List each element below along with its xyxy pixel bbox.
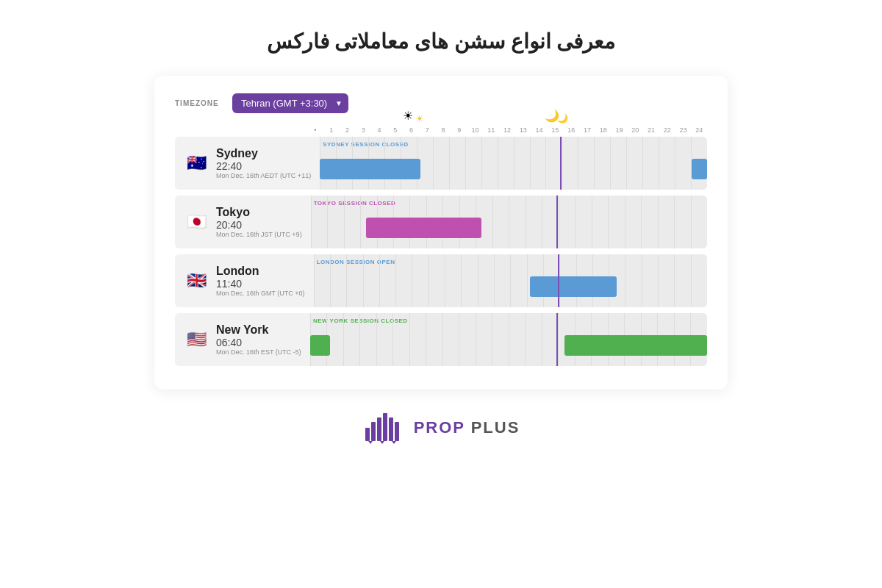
hour-label: 18 (595, 126, 612, 134)
grid-line (514, 137, 514, 190)
svg-rect-4 (389, 417, 393, 441)
timezone-select-wrapper[interactable]: Tehran (GMT +3:30) (232, 93, 348, 113)
grid-line (625, 254, 625, 307)
grid-line (658, 254, 659, 307)
city-info: 🇦🇺Sydney22:40Mon Dec. 16th AEDT (UTC +11… (175, 137, 320, 190)
grid-line (674, 254, 675, 307)
session-label: TOKYO SESSION CLOSED (314, 200, 396, 207)
city-date: Mon Dec. 16th AEDT (UTC +11) (216, 172, 311, 179)
grid-line (409, 313, 410, 366)
grid-line (360, 196, 361, 248)
city-info: 🇬🇧London11:40Mon Dec. 16th GMT (UTC +0) (175, 254, 314, 307)
hour-label: 3 (355, 126, 371, 134)
flag: 🇯🇵 (184, 209, 209, 234)
session-row: 🇺🇸New York06:40Mon Dec. 16th EST (UTC -5… (175, 313, 707, 366)
timezone-row: TIMEZONE Tehran (GMT +3:30) (175, 93, 707, 113)
session-bar-secondary (692, 159, 707, 179)
session-bar-primary (366, 218, 481, 238)
city-date: Mon Dec. 16th GMT (UTC +0) (216, 290, 305, 297)
svg-marker-7 (380, 441, 384, 444)
bar-area: NEW YORK SESSION CLOSED (310, 313, 707, 366)
footer: PROP PLUS (362, 412, 520, 444)
city-time: 06:40 (216, 337, 301, 348)
grid-line (642, 137, 643, 190)
grid-line (527, 254, 528, 307)
grid-line (314, 254, 315, 307)
chart-container: TIMEZONE Tehran (GMT +3:30) ☀ 🌙 ☀🌙•12345… (154, 76, 728, 390)
grid-line (610, 137, 611, 190)
session-row: 🇯🇵Tokyo20:40Mon Dec. 16th JST (UTC +9)TO… (175, 196, 707, 248)
hour-label: 13 (515, 126, 531, 134)
grid-line (558, 313, 559, 366)
grid-line (478, 254, 478, 307)
grid-line (542, 196, 542, 248)
hour-label: 20 (627, 126, 643, 134)
city-date: Mon Dec. 16th EST (UTC -5) (216, 348, 301, 356)
grid-line (465, 137, 466, 190)
grid-line (562, 137, 562, 190)
hour-label: 24 (691, 126, 707, 134)
grid-line (498, 137, 498, 190)
grid-line (675, 137, 675, 190)
hour-label: 17 (579, 126, 595, 134)
grid-line (626, 137, 627, 190)
current-time-line (558, 254, 559, 307)
flag: 🇺🇸 (184, 327, 209, 352)
grid-line (510, 254, 511, 307)
hour-label: 23 (675, 126, 692, 134)
grid-line (395, 254, 396, 307)
city-details: Sydney22:40Mon Dec. 16th AEDT (UTC +11) (216, 147, 311, 179)
flag: 🇦🇺 (184, 151, 209, 176)
svg-rect-3 (383, 413, 387, 441)
city-name: New York (216, 323, 301, 337)
grid-line (659, 137, 659, 190)
grid-line (594, 137, 595, 190)
sun-icon: ☀ (403, 109, 413, 123)
grid-line (608, 196, 609, 248)
timezone-select[interactable]: Tehran (GMT +3:30) (232, 93, 348, 113)
city-details: New York06:40Mon Dec. 16th EST (UTC -5) (216, 323, 301, 356)
grid-line (359, 313, 360, 366)
timezone-label: TIMEZONE (175, 99, 226, 107)
city-info: 🇺🇸New York06:40Mon Dec. 16th EST (UTC -5… (175, 313, 310, 366)
grid-line (625, 196, 625, 248)
grid-line (459, 313, 459, 366)
grid-line (575, 196, 576, 248)
hour-label: 14 (531, 126, 548, 134)
city-time: 22:40 (216, 160, 311, 172)
grid-line (343, 313, 344, 366)
hour-label: 1 (323, 126, 340, 134)
grid-line (426, 313, 426, 366)
grid-line (691, 254, 692, 307)
grid-line (376, 313, 377, 366)
grid-line (311, 196, 312, 248)
hour-label: 4 (371, 126, 387, 134)
session-bar-primary (530, 276, 617, 297)
city-name: London (216, 265, 305, 278)
hour-label: 2 (340, 126, 356, 134)
city-info: 🇯🇵Tokyo20:40Mon Dec. 16th JST (UTC +9) (175, 196, 311, 248)
hour-label: 15 (547, 126, 563, 134)
session-bar-primary (320, 159, 420, 179)
grid-line (433, 137, 434, 190)
session-bar-secondary (564, 335, 707, 356)
grid-line (592, 196, 592, 248)
svg-rect-5 (395, 422, 399, 441)
grid-line (641, 196, 642, 248)
grid-line (526, 196, 526, 248)
bar-area: LONDON SESSION OPEN (314, 254, 707, 307)
grid-line (578, 137, 578, 190)
grid-line (492, 196, 493, 248)
grid-line (445, 254, 445, 307)
svg-rect-2 (377, 417, 381, 441)
bar-area: SYDNEY SESSION CLOSED (320, 137, 707, 190)
session-row: 🇬🇧London11:40Mon Dec. 16th GMT (UTC +0)L… (175, 254, 707, 307)
hour-label: • (307, 126, 323, 134)
hour-label: 8 (435, 126, 451, 134)
svg-rect-0 (365, 428, 370, 441)
grid-line (559, 196, 559, 248)
city-name: Sydney (216, 147, 311, 160)
grid-line (494, 254, 495, 307)
grid-line (344, 196, 345, 248)
hour-label: 10 (467, 126, 484, 134)
